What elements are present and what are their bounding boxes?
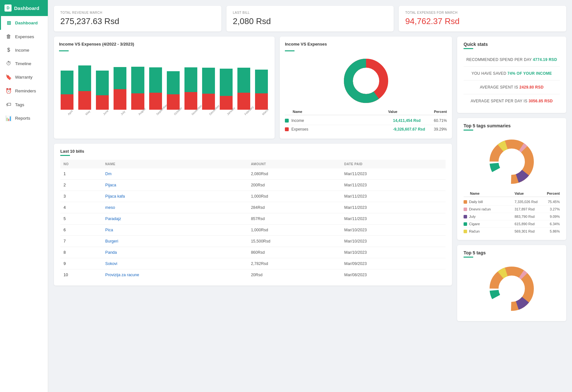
legend-percent: 60.71% — [431, 118, 447, 123]
cell-amount: 1,000Rsd — [248, 191, 341, 202]
top5-tags-card: Top 5 tags — [457, 245, 566, 321]
tag-value: 883,790 Rsd — [515, 215, 543, 218]
cell-no: 1 — [60, 168, 102, 180]
bar-label-april: April — [67, 109, 73, 116]
bar-stacked — [218, 69, 234, 110]
expenses-value: 94,762.37 Rsd — [405, 16, 560, 26]
tag-legend-row: July 883,790 Rsd 9.09% — [464, 213, 560, 220]
cell-no: 5 — [60, 213, 102, 225]
sidebar: D Dashboard ⊞Dashboard🗑Expenses$Income⏱T… — [0, 0, 48, 392]
bar-stacked — [165, 71, 181, 110]
cell-name[interactable]: Pica — [102, 225, 248, 236]
cell-no: 2 — [60, 180, 102, 191]
bar-green-february — [237, 68, 250, 93]
revenue-label: TOTAL REVENUE MARCH — [60, 11, 215, 14]
donut-chart-title: Income VS Expenses — [285, 42, 447, 47]
cell-no: 10 — [60, 269, 102, 281]
tags-icon: 🏷 — [5, 102, 12, 107]
cell-name[interactable]: Pijaca — [102, 180, 248, 191]
tag-color — [464, 230, 467, 233]
cell-date: Mar/11/2023 — [341, 213, 446, 225]
bar-green-april — [61, 71, 73, 94]
qs-items: RECOMMENDED SPEND PER DAY 4774.19 RSDYOU… — [464, 53, 560, 108]
legend-color — [285, 119, 289, 123]
cell-name[interactable]: Paradajz — [102, 213, 248, 225]
bar-red-march — [255, 93, 268, 110]
cell-name[interactable]: Panda — [102, 247, 248, 258]
bar-green-october — [167, 71, 180, 94]
tag-color — [464, 222, 467, 226]
cell-name[interactable]: Sokovi — [102, 258, 248, 269]
dashboard-icon: ⊞ — [5, 20, 12, 26]
cell-no: 3 — [60, 191, 102, 202]
bills-tbody: 1 Dm 2,080Rsd Mar/11/2023 2 Pijaca 200Rs… — [60, 168, 446, 280]
right-panel: Quick stats RECOMMENDED SPEND PER DAY 47… — [457, 37, 566, 386]
expenses-icon: 🗑 — [5, 34, 12, 39]
expenses-card: TOTAL EXPENSES FOR MARCH 94,762.37 Rsd — [399, 6, 566, 31]
tag-legend: Name Value Percent Daily bill 7,335,026 … — [464, 192, 560, 235]
logo-icon: D — [4, 4, 12, 12]
cell-amount: 857Rsd — [248, 213, 341, 225]
cell-no: 7 — [60, 236, 102, 247]
bills-table: NO NAME AMOUNT DATE PAID 1 Dm 2,080Rsd M… — [60, 160, 446, 280]
cell-name[interactable]: Burgeri — [102, 236, 248, 247]
revenue-card: TOTAL REVENUE MARCH 275,237.63 Rsd — [54, 6, 221, 31]
tag-color — [464, 215, 467, 218]
sidebar-item-warranty[interactable]: 🔖Warranty — [0, 70, 48, 84]
tag-value: 7,335,026 Rsd — [515, 200, 543, 204]
cell-name[interactable]: Dm — [102, 168, 248, 180]
tag-value: 569,301 Rsd — [515, 229, 543, 233]
cell-name[interactable]: Provizija za racune — [102, 269, 248, 281]
bar-green-january — [220, 69, 233, 96]
sidebar-item-expenses[interactable]: 🗑Expenses — [0, 30, 48, 43]
tag-pct: 75.45% — [545, 200, 560, 204]
bar-group-april: April — [59, 55, 75, 110]
table-row: 1 Dm 2,080Rsd Mar/11/2023 — [60, 168, 446, 180]
qs-item: AVERAGE SPENT IS 2429.80 RSD — [464, 81, 560, 94]
top5-tags-summary-title: Top 5 tags summaries — [464, 123, 560, 128]
col-amount: AMOUNT — [248, 160, 341, 168]
bar-chart-underline — [59, 50, 69, 51]
bar-label-july: July — [120, 110, 126, 116]
cell-amount: 2,782Rsd — [248, 258, 341, 269]
bar-group-june: June — [94, 55, 110, 110]
bar-green-august — [131, 67, 144, 93]
sidebar-nav: ⊞Dashboard🗑Expenses$Income⏱Timeline🔖Warr… — [0, 16, 48, 125]
cell-date: Mar/11/2023 — [341, 191, 446, 202]
legend-value: 14,411,454 Rsd — [393, 118, 428, 123]
bar-red-april — [61, 94, 73, 110]
bar-green-july — [114, 67, 126, 89]
bar-stacked — [112, 67, 128, 110]
sidebar-item-reminders[interactable]: ⏰Reminders — [0, 84, 48, 98]
tag-legend-items: Daily bill 7,335,026 Rsd 75.45% Dnevni r… — [464, 198, 560, 235]
sidebar-item-income[interactable]: $Income — [0, 43, 48, 57]
bar-group-may: May — [77, 55, 93, 110]
expenses-label: TOTAL EXPENSES FOR MARCH — [405, 11, 560, 14]
bar-group-september: September — [148, 55, 164, 110]
qs-highlight: 2429.80 RSD — [519, 85, 543, 89]
bar-red-august — [131, 93, 144, 110]
sidebar-item-reports[interactable]: 📊Reports — [0, 111, 48, 125]
cell-amount: 860Rsd — [248, 247, 341, 258]
qs-item: AVERAGE SPENT PER DAY IS 3056.85 RSD — [464, 94, 560, 108]
sidebar-item-timeline[interactable]: ⏱Timeline — [0, 57, 48, 70]
sidebar-logo: D Dashboard — [0, 0, 48, 16]
main-content: TOTAL REVENUE MARCH 275,237.63 Rsd LAST … — [48, 0, 572, 392]
table-row: 10 Provizija za racune 20Rsd Mar/08/2023 — [60, 269, 446, 281]
sidebar-item-label: Warranty — [15, 75, 32, 80]
donut-svg — [340, 55, 392, 107]
bar-group-february: February — [236, 55, 252, 110]
cell-date: Mar/11/2023 — [341, 168, 446, 180]
cell-amount: 1,000Rsd — [248, 225, 341, 236]
reminders-icon: ⏰ — [5, 88, 12, 94]
bar-stacked — [77, 65, 93, 110]
sidebar-item-tags[interactable]: 🏷Tags — [0, 98, 48, 111]
top5-tags-title: Top 5 tags — [464, 250, 560, 255]
donut-legend-items: Income 14,411,454 Rsd 60.71% Expenses -9… — [285, 116, 447, 133]
sidebar-item-dashboard[interactable]: ⊞Dashboard — [0, 16, 48, 30]
bar-chart: April May June July August September — [59, 55, 269, 119]
bar-stacked — [201, 68, 217, 110]
cell-name[interactable]: meso — [102, 202, 248, 213]
warranty-icon: 🔖 — [5, 74, 12, 80]
cell-name[interactable]: Pijaca kafa — [102, 191, 248, 202]
